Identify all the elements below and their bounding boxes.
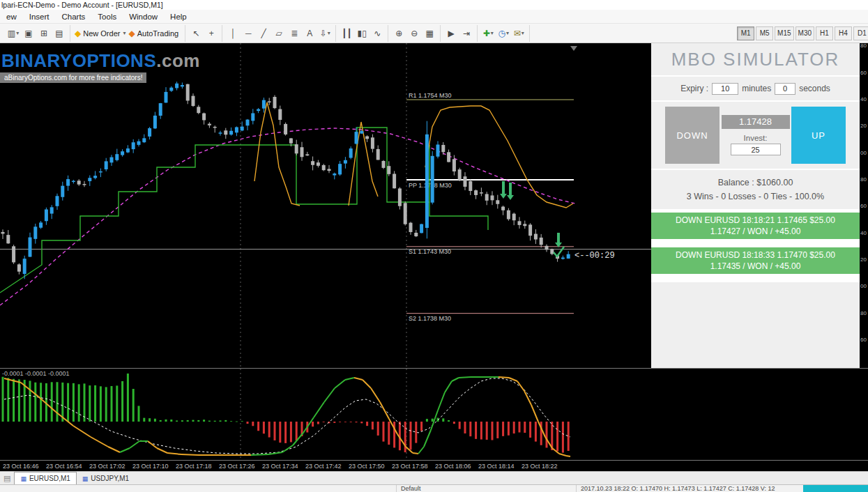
expiry-seconds-input[interactable]: [775, 83, 795, 95]
menu-ew[interactable]: ew: [0, 10, 23, 24]
new-chart-button[interactable]: ▥▾: [6, 26, 21, 41]
time-axis-label: 23 Oct 17:34: [262, 463, 298, 470]
fibonacci-retracement-button[interactable]: ≣: [287, 26, 302, 41]
watermark-logo: BINARYOPTIONS.com: [1, 50, 200, 72]
chart-tab-usdjpy-m1[interactable]: ▦USDJPY,M1: [77, 472, 135, 484]
market-watch-icon: ⊞: [40, 29, 47, 38]
price-scale-label: 80: [860, 176, 867, 183]
auto-scroll-button[interactable]: ▶: [443, 26, 459, 41]
timeframe-d1[interactable]: D1: [853, 26, 868, 40]
timeframe-m5[interactable]: M5: [756, 26, 773, 40]
periods-button[interactable]: ◷▾: [496, 26, 511, 41]
price-chart[interactable]: R1 1.1754 M30PP 1.1748 M30S1 1.1743 M30S…: [0, 43, 651, 368]
chart-tab-bar: ▤▦EURUSD,M1▦USDJPY,M1: [0, 471, 868, 484]
chart-tab-eurusd-m1[interactable]: ▦EURUSD,M1: [14, 472, 76, 484]
new-order-button[interactable]: ◆New Order▾: [73, 26, 127, 41]
watermark-suffix: .com: [156, 50, 200, 71]
indicators-button[interactable]: ✚▾: [480, 26, 496, 41]
chevron-down-icon: ▾: [16, 30, 19, 36]
equidistant-channel-icon: ▱: [276, 29, 282, 38]
arrows-tool-button[interactable]: ⇩▾: [317, 26, 333, 41]
line-chart-mode-button[interactable]: ∿: [370, 26, 385, 41]
equidistant-channel-button[interactable]: ▱: [271, 26, 287, 41]
menu-window[interactable]: Window: [123, 10, 164, 24]
cursor-icon: ↖: [192, 29, 199, 38]
up-button[interactable]: UP: [791, 107, 846, 164]
autotrading-button[interactable]: ◆AutoTrading: [127, 26, 182, 41]
toolbar-group: │─╱▱≣A⇩▾: [222, 25, 336, 42]
timeframe-m1[interactable]: M1: [737, 26, 754, 40]
horizontal-line-icon: ─: [245, 29, 252, 38]
toolbar-group: ┃┃▮▯∿: [336, 25, 388, 42]
menu-tools[interactable]: Tools: [91, 10, 123, 24]
crosshair-button[interactable]: +: [204, 26, 219, 41]
menu-charts[interactable]: Charts: [55, 10, 91, 24]
arrows-tool-icon: ⇩: [320, 29, 327, 38]
timeframe-m30[interactable]: M30: [795, 26, 814, 40]
time-axis-label: 23 Oct 17:26: [219, 463, 255, 470]
invest-input[interactable]: [731, 144, 781, 155]
oscillator-chart[interactable]: [0, 369, 868, 461]
toolbar-group: ▥▾▣⊞▤: [3, 25, 70, 42]
navigator-button[interactable]: ▤: [52, 26, 67, 41]
trade-result-line: DOWN EURUSD 18:18:21 1.17465 $25.00: [651, 215, 860, 226]
timeframe-h4[interactable]: H4: [835, 26, 852, 40]
expiry-label: Expiry :: [680, 84, 708, 93]
bar-chart-mode-button[interactable]: ┃┃: [339, 26, 354, 41]
zoom-out-icon: ⊖: [411, 29, 418, 38]
tab-label: EURUSD,M1: [29, 475, 70, 482]
down-button[interactable]: DOWN: [665, 107, 719, 164]
vertical-line-button[interactable]: │: [225, 26, 241, 41]
simulator-title-section: MBO SIMULATOR: [651, 43, 860, 75]
toolbar-group: ⊕⊖▦: [388, 25, 441, 42]
timeframe-m15[interactable]: M15: [775, 26, 793, 40]
fibonacci-retracement-icon: ≣: [291, 29, 298, 38]
crosshair-icon: +: [209, 29, 214, 38]
timeframe-h1[interactable]: H1: [816, 26, 833, 40]
invest-column: 1.17428 Invest:: [722, 115, 790, 155]
trendline-button[interactable]: ╱: [256, 26, 271, 41]
toolbar-group: ↖+: [185, 25, 222, 42]
status-bar: Default2017.10.23 18:22 O: 1.17470 H: 1.…: [0, 484, 868, 492]
chevron-down-icon: ▾: [521, 30, 524, 36]
mt4-window: lpari-ECN-Demo - Demo Account - [EURUSD,…: [0, 0, 868, 492]
periods-icon: ◷: [498, 29, 505, 38]
autotrading-icon: ◆: [128, 29, 135, 38]
seconds-label: seconds: [799, 84, 830, 93]
timeframe-group: M1M5M15M30H1H4D1: [733, 25, 868, 42]
toolbar-group: ✚▾◷▾✉▾: [478, 25, 530, 42]
chart-shift-icon: ⇥: [463, 29, 470, 38]
text-tool-button[interactable]: A: [302, 26, 317, 41]
simulator-title: MBO SIMULATOR: [671, 49, 840, 70]
templates-button[interactable]: ✉▾: [511, 26, 526, 41]
chart-shift-button[interactable]: ⇥: [459, 26, 474, 41]
toolbar-group: ◆New Order▾◆AutoTrading: [70, 25, 185, 42]
chart-window[interactable]: R1 1.1754 M30PP 1.1748 M30S1 1.1743 M30S…: [0, 43, 651, 368]
indicator-window[interactable]: -0.0001 -0.0001 -0.0001: [0, 368, 868, 460]
time-axis-label: 23 Oct 18:22: [521, 463, 558, 470]
profiles-icon: ▣: [24, 29, 32, 38]
time-axis-label: 23 Oct 16:54: [46, 463, 82, 470]
zoom-out-button[interactable]: ⊖: [406, 26, 422, 41]
horizontal-line-button[interactable]: ─: [241, 26, 256, 41]
menu-insert[interactable]: Insert: [23, 10, 56, 24]
expiry-minutes-input[interactable]: [712, 83, 738, 95]
chevron-down-icon: ▾: [328, 30, 330, 36]
price-scale-label: 40: [860, 96, 867, 102]
navigator-icon: ▤: [55, 29, 63, 38]
grid-button[interactable]: ▦: [422, 26, 437, 41]
menu-help[interactable]: Help: [164, 10, 193, 24]
time-scale[interactable]: 23 Oct 16:4623 Oct 16:5423 Oct 17:0223 O…: [0, 460, 868, 471]
line-chart-mode-icon: ∿: [374, 29, 381, 38]
price-scale[interactable]: 806040200080604020008060: [860, 43, 868, 368]
candlestick-mode-button[interactable]: ▮▯: [354, 26, 370, 41]
profiles-button[interactable]: ▣: [21, 26, 36, 41]
time-axis-label: 23 Oct 17:10: [132, 463, 169, 470]
price-scale-label: 00: [860, 283, 867, 289]
market-watch-button[interactable]: ⊞: [36, 26, 52, 41]
zoom-in-button[interactable]: ⊕: [391, 26, 406, 41]
status-segment: 2017.10.23 18:22 O: 1.17470 H: 1.17473 L…: [576, 485, 775, 492]
cursor-button[interactable]: ↖: [188, 26, 204, 41]
trade-results: DOWN EURUSD 18:18:21 1.17465 $25.001.174…: [651, 213, 860, 282]
window-list-icon[interactable]: ▤: [1, 474, 14, 484]
